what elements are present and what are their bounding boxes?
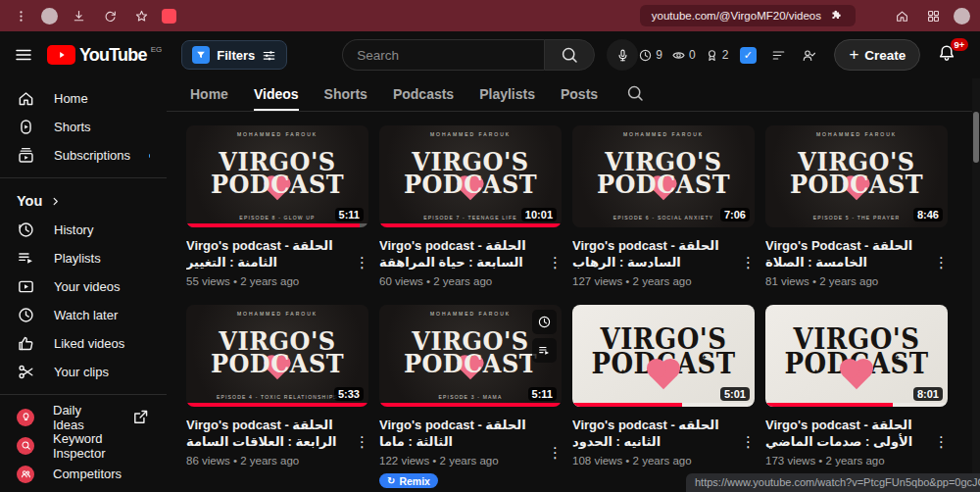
video-card[interactable]: VIRGO'SPODCAST 5:01 Virgo's podcast - ال… (572, 305, 755, 488)
video-thumbnail[interactable]: MOHAMMED FAROUK VIRGO'SPODCAST EPISODE 8… (186, 125, 368, 227)
page-scrollbar[interactable] (972, 78, 980, 492)
member-tools-button[interactable] (798, 44, 819, 66)
video-card[interactable]: MOHAMMED FAROUK VIRGO'SPODCAST EPISODE 8… (186, 125, 368, 287)
channel-search-button[interactable] (625, 83, 645, 106)
video-menu-button[interactable]: ⋮ (741, 417, 755, 467)
video-title[interactable]: Virgo's Podcast - الحلقة الخامسة : الصلا… (765, 237, 930, 271)
browser-home-button[interactable] (891, 5, 912, 26)
sidebar-item-liked-videos[interactable]: Liked videos (0, 329, 167, 358)
vidiq-score-stat[interactable]: 2 (705, 48, 729, 63)
remix-badge[interactable]: ↻Remix (379, 473, 438, 488)
video-thumbnail[interactable]: MOHAMMED FAROUK VIRGO'SPODCAST EPISODE 3… (379, 305, 562, 407)
video-title[interactable]: Virgo's podcast - الحلقه الثانيه : الحدو… (572, 417, 737, 450)
video-card[interactable]: MOHAMMED FAROUK VIRGO'SPODCAST EPISODE 3… (379, 305, 562, 488)
video-meta: 173 views • 2 years ago (765, 455, 930, 467)
tab-podcasts[interactable]: Podcasts (393, 78, 454, 111)
sidebar-item-history[interactable]: History (0, 216, 167, 244)
video-card[interactable]: MOHAMMED FAROUK VIRGO'SPODCAST EPISODE 7… (379, 125, 562, 287)
browser-toolbar: youtube.com/@VirgoMF20/videos (0, 0, 980, 31)
video-menu-button[interactable]: ⋮ (548, 417, 562, 488)
video-title[interactable]: Virgo's podcast - الحلقة الثامنة : التغي… (186, 237, 351, 271)
sidebar-item-watch-later[interactable]: Watch later (0, 301, 167, 329)
tab-playlists[interactable]: Playlists (479, 78, 535, 111)
video-thumbnail[interactable]: VIRGO'SPODCAST 8:01 (765, 305, 948, 407)
sidebar-label: Your clips (54, 365, 109, 379)
youtube-logo[interactable]: YouTube EG (47, 45, 162, 65)
watch-progress-bar (765, 403, 948, 407)
extension-icon[interactable] (162, 9, 176, 24)
search-input[interactable] (342, 39, 544, 71)
sidebar-item-home[interactable]: Home (0, 84, 167, 113)
clock-icon (638, 48, 653, 63)
video-menu-button[interactable]: ⋮ (355, 417, 368, 467)
duration-badge: 8:01 (913, 387, 943, 401)
video-title[interactable]: Virgo's podcast - الحلقة الرابعة : العلا… (186, 417, 351, 450)
magnifier-icon (17, 437, 34, 455)
tab-videos[interactable]: Videos (254, 78, 299, 111)
video-thumbnail[interactable]: MOHAMMED FAROUK VIRGO'SPODCAST EPISODE 7… (379, 125, 562, 227)
sidebar-item-you[interactable]: You (0, 186, 167, 216)
vidiq-button[interactable]: ✓ (737, 44, 759, 66)
sidebar-item-your-clips[interactable]: Your clips (0, 358, 167, 386)
video-thumbnail[interactable]: MOHAMMED FAROUK VIRGO'SPODCAST EPISODE 4… (186, 305, 368, 407)
scissors-icon (17, 363, 35, 381)
browser-account-avatar[interactable] (954, 8, 970, 25)
browser-apps-button[interactable] (922, 5, 944, 26)
video-card[interactable]: MOHAMMED FAROUK VIRGO'SPODCAST EPISODE 6… (572, 125, 755, 287)
sidebar-item-shorts[interactable]: Shorts (0, 113, 167, 141)
region-code: EG (151, 45, 163, 54)
tab-shorts[interactable]: Shorts (324, 78, 368, 111)
video-meta: 55 views • 2 years ago (186, 275, 351, 287)
video-menu-button[interactable]: ⋮ (934, 237, 948, 287)
video-thumbnail[interactable]: MOHAMMED FAROUK VIRGO'SPODCAST EPISODE 6… (572, 125, 755, 227)
vidiq-clock-stat[interactable]: 9 (638, 48, 662, 63)
sidebar-item-trend-alerts[interactable]: Trend Alerts (0, 488, 167, 492)
browser-menu-button[interactable] (10, 5, 31, 26)
vidiq-views-stat[interactable]: 0 (671, 48, 696, 63)
downloads-button[interactable] (68, 5, 89, 26)
video-title[interactable]: Virgo's podcast - الحلقة الثالثة : ماما (379, 417, 544, 450)
sidebar-item-playlists[interactable]: Playlists (0, 244, 167, 272)
sidebar-item-daily-ideas[interactable]: Daily Ideas (0, 403, 167, 431)
video-card[interactable]: MOHAMMED FAROUK VIRGO'SPODCAST EPISODE 4… (186, 305, 368, 488)
tab-home[interactable]: Home (190, 78, 228, 111)
guide-menu-button[interactable] (14, 42, 33, 68)
video-menu-button[interactable]: ⋮ (548, 237, 562, 287)
notifications-button[interactable]: 9+ (937, 43, 960, 67)
reload-button[interactable] (99, 5, 121, 26)
video-menu-button[interactable]: ⋮ (355, 237, 368, 287)
bookmark-button[interactable] (130, 5, 152, 26)
create-button[interactable]: +Create (834, 39, 920, 71)
video-menu-button[interactable]: ⋮ (934, 417, 948, 467)
browser-profile-icon[interactable] (41, 8, 58, 25)
notification-count-badge: 9+ (951, 38, 969, 51)
video-title[interactable]: Virgo's podcast - الحلقة السادسة : الرها… (572, 237, 737, 271)
sidebar-item-your-videos[interactable]: Your videos (0, 272, 167, 301)
puzzle-extension-icon[interactable] (829, 9, 844, 24)
video-card[interactable]: VIRGO'SPODCAST 8:01 Virgo's podcast - ال… (765, 305, 948, 488)
filters-button[interactable]: Filters (181, 40, 287, 70)
vidiq-filter-icon (192, 46, 210, 64)
tab-posts[interactable]: Posts (561, 78, 598, 111)
duration-badge: 5:01 (720, 387, 750, 401)
video-thumbnail[interactable]: MOHAMMED FAROUK VIRGO'SPODCAST EPISODE 5… (765, 125, 948, 227)
thumb-title-line: PODCAST (404, 351, 537, 376)
video-title[interactable]: Virgo's podcast - الحلقة السابعة : حياة … (379, 237, 544, 271)
sidebar-item-keyword-inspector[interactable]: Keyword Inspector (0, 431, 167, 460)
video-card[interactable]: MOHAMMED FAROUK VIRGO'SPODCAST EPISODE 5… (765, 125, 948, 287)
thumb-artist-text: MOHAMMED FAROUK (572, 131, 755, 137)
sidebar-item-subscriptions[interactable]: Subscriptions (0, 141, 167, 170)
video-menu-button[interactable]: ⋮ (741, 237, 755, 287)
address-bar[interactable]: youtube.com/@VirgoMF20/videos (640, 5, 856, 26)
video-title[interactable]: Virgo's podcast - الحلقة الأولى : صدمات … (765, 417, 930, 450)
search-button[interactable] (544, 39, 595, 71)
watch-later-button[interactable] (532, 310, 557, 334)
scrollbar-thumb[interactable] (973, 112, 979, 163)
video-thumbnail[interactable]: VIRGO'SPODCAST 5:01 (572, 305, 755, 407)
sidebar-item-competitors[interactable]: Competitors (0, 460, 167, 488)
video-meta: 86 views • 2 years ago (186, 455, 351, 467)
download-icon (72, 9, 86, 24)
sort-tools-button[interactable] (767, 44, 789, 66)
voice-search-button[interactable] (607, 39, 638, 71)
add-to-queue-button[interactable] (532, 338, 557, 363)
